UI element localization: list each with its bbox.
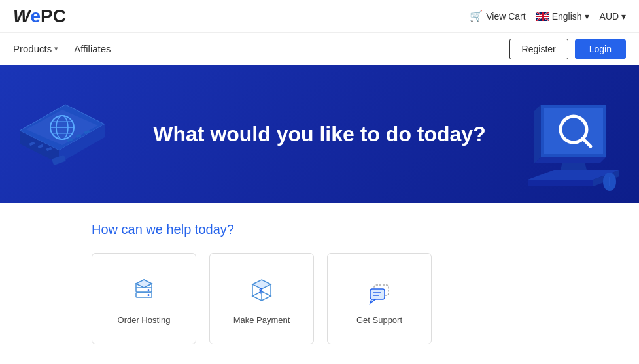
section-title: How can we help today? bbox=[92, 222, 547, 237]
register-button[interactable]: Register bbox=[509, 39, 568, 59]
svg-marker-34 bbox=[528, 180, 593, 186]
language-chevron: ▾ bbox=[585, 11, 589, 22]
logo-pc: PC bbox=[41, 6, 66, 27]
svg-marker-32 bbox=[534, 157, 606, 163]
top-right: 🛒 View Cart English ▾ AUD ▾ bbox=[470, 10, 626, 22]
nav-bar: Products ▾ Affiliates Register Login bbox=[0, 33, 639, 65]
logo-w: W bbox=[13, 6, 30, 27]
get-support-card[interactable]: Get Support bbox=[327, 253, 432, 344]
svg-marker-55 bbox=[370, 299, 375, 303]
nav-right: Register Login bbox=[509, 39, 626, 59]
currency-selector[interactable]: AUD ▾ bbox=[600, 11, 626, 22]
svg-marker-31 bbox=[534, 105, 541, 163]
svg-point-44 bbox=[148, 294, 150, 296]
svg-rect-8 bbox=[536, 16, 549, 17]
make-payment-card[interactable]: $ Make Payment bbox=[209, 253, 314, 344]
affiliates-label: Affiliates bbox=[74, 43, 111, 54]
hero-monitor-illustration bbox=[508, 72, 639, 203]
make-payment-label: Make Payment bbox=[233, 315, 290, 325]
order-hosting-label: Order Hosting bbox=[118, 315, 171, 325]
payment-icon: $ bbox=[245, 273, 279, 307]
hero-title: What would you like to do today? bbox=[153, 122, 485, 146]
get-support-label: Get Support bbox=[356, 315, 402, 325]
products-nav-item[interactable]: Products ▾ bbox=[13, 34, 58, 63]
hero-banner: What would you like to do today? bbox=[0, 65, 639, 203]
products-chevron: ▾ bbox=[54, 44, 58, 53]
order-hosting-card[interactable]: Order Hosting bbox=[92, 253, 196, 344]
view-cart-link[interactable]: 🛒 View Cart bbox=[470, 10, 525, 22]
hero-laptop-illustration bbox=[0, 72, 131, 203]
currency-label: AUD bbox=[600, 11, 619, 22]
main-content: How can we help today? Order Hosting bbox=[0, 203, 639, 364]
affiliates-nav-item[interactable]: Affiliates bbox=[74, 34, 111, 63]
currency-chevron: ▾ bbox=[621, 11, 626, 22]
nav-left: Products ▾ Affiliates bbox=[13, 34, 111, 63]
products-label: Products bbox=[13, 43, 52, 54]
flag-uk-icon bbox=[536, 12, 549, 21]
logo-e: e bbox=[30, 6, 41, 27]
hosting-icon bbox=[127, 273, 161, 307]
language-selector[interactable]: English ▾ bbox=[536, 11, 589, 22]
support-icon bbox=[362, 273, 396, 307]
cart-icon: 🛒 bbox=[470, 10, 483, 22]
svg-rect-54 bbox=[370, 289, 385, 299]
view-cart-label: View Cart bbox=[486, 11, 525, 22]
svg-marker-45 bbox=[136, 280, 152, 288]
language-label: English bbox=[552, 11, 582, 22]
cards-row: Order Hosting $ Make Payment bbox=[92, 253, 547, 344]
logo: WePC bbox=[13, 6, 66, 27]
svg-text:$: $ bbox=[259, 288, 263, 295]
svg-point-43 bbox=[148, 289, 150, 291]
top-bar: WePC 🛒 View Cart English ▾ AUD bbox=[0, 0, 639, 33]
login-button[interactable]: Login bbox=[575, 39, 626, 59]
